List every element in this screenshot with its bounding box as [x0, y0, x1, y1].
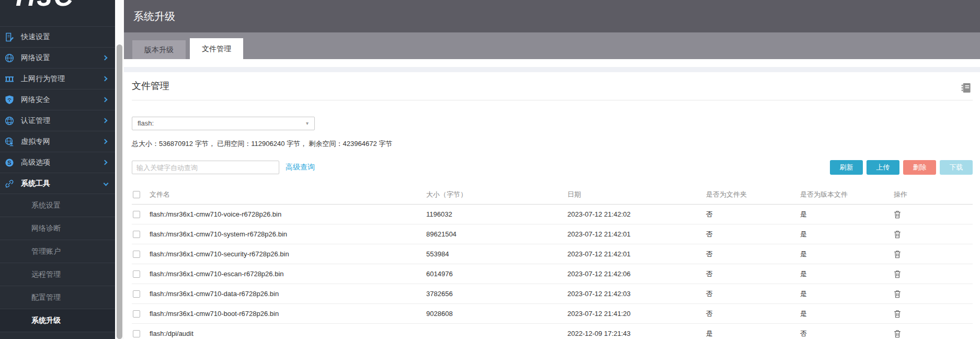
sidebar-item-label: 上网行为管理: [21, 74, 65, 84]
table-row: flash:/msr36x1-cmw710-security-r6728p26.…: [132, 244, 973, 264]
row-checkbox[interactable]: [133, 251, 140, 258]
table-row: flash:/msr36x1-cmw710-data-r6728p26.bin3…: [132, 284, 973, 304]
delete-file-trash-icon[interactable]: [894, 310, 901, 318]
storage-medium-select[interactable]: flash: ▾: [132, 117, 315, 130]
upload-button[interactable]: 上传: [867, 160, 899, 175]
delete-file-trash-icon[interactable]: [894, 230, 901, 239]
sidebar-item-network-security[interactable]: 网络安全: [0, 89, 115, 110]
sidebar-item-quick-setup[interactable]: 快速设置: [0, 27, 115, 48]
sidebar-item-label: 网络设置: [21, 53, 50, 63]
refresh-button[interactable]: 刷新: [830, 160, 863, 175]
delete-file-trash-icon[interactable]: [894, 270, 901, 278]
download-button[interactable]: 下载: [940, 160, 973, 175]
table-body: flash:/msr36x1-cmw710-voice-r6728p26.bin…: [132, 205, 973, 339]
table-row: flash:/msr36x1-cmw710-system-r6728p26.bi…: [132, 224, 973, 244]
storage-medium-value: flash:: [132, 117, 314, 130]
sidebar-item-network-diagnosis[interactable]: 网络诊断: [0, 217, 115, 240]
sidebar-item-label: 远程管理: [31, 270, 61, 279]
file-date-cell: 2023-07-12 21:41:20: [567, 310, 706, 318]
row-checkbox-cell: [132, 310, 150, 318]
sidebar-item-advanced-options[interactable]: 高级选项: [0, 152, 115, 173]
sidebar-item-network-settings[interactable]: 网络设置: [0, 48, 115, 69]
delete-file-trash-icon[interactable]: [894, 290, 901, 298]
is-version-file-cell: 是: [800, 250, 892, 259]
chevron-right-icon: [102, 139, 108, 144]
is-folder-cell: 否: [706, 289, 800, 299]
row-checkbox[interactable]: [133, 310, 140, 318]
toolbar: 高级查询 刷新上传删除下载: [132, 160, 973, 175]
sidebar-item-label: 认证管理: [21, 116, 50, 126]
sidebar-item-auth-management[interactable]: 认证管理: [0, 110, 115, 131]
is-version-file-cell: 是: [800, 289, 892, 299]
shield-icon: [4, 95, 15, 105]
table-row: flash:/dpi/audit2022-12-09 17:21:43是否: [132, 324, 973, 339]
page-header: 系统升级: [124, 0, 980, 32]
file-date-cell: 2023-07-12 21:42:01: [567, 250, 706, 258]
tab-version-upgrade[interactable]: 版本升级: [132, 40, 186, 59]
is-folder-cell: 否: [706, 210, 800, 219]
globe2-icon: [4, 116, 15, 126]
file-management-panel: 文件管理 flash: ▾ 总大小：536870912 字节， 已用空间：112…: [124, 72, 980, 339]
advanced-query-link[interactable]: 高级查询: [286, 163, 315, 172]
is-folder-cell: 是: [706, 329, 800, 338]
sidebar-item-behavior-management[interactable]: 上网行为管理: [0, 69, 115, 89]
sidebar-item-system-tools[interactable]: 系统工具: [0, 173, 115, 194]
file-date-cell: 2023-07-12 21:42:03: [567, 290, 706, 298]
table-header-row: 文件名大小（字节）日期是否为文件夹是否为版本文件操作: [132, 185, 973, 205]
search-input[interactable]: [132, 161, 279, 174]
delete-file-trash-icon[interactable]: [894, 210, 901, 219]
sidebar-item-label: 快速设置: [21, 32, 50, 42]
sidebar-item-vpn[interactable]: 虚拟专网: [0, 131, 115, 152]
row-checkbox[interactable]: [133, 270, 140, 278]
delete-button[interactable]: 删除: [903, 160, 936, 175]
file-name-cell: flash:/msr36x1-cmw710-voice-r6728p26.bin: [150, 210, 426, 218]
sidebar-item-admin-accounts[interactable]: 管理账户: [0, 240, 115, 263]
is-version-file-cell: 是: [800, 309, 892, 319]
tab-file-management[interactable]: 文件管理: [190, 38, 243, 59]
row-checkbox-cell: [132, 330, 150, 337]
row-checkbox[interactable]: [133, 290, 140, 298]
sidebar-item-system-settings[interactable]: 系统设置: [0, 194, 115, 217]
chevron-right-icon: [102, 160, 108, 165]
sidebar-item-label: 高级选项: [21, 158, 50, 167]
sidebar-item-label: 配置管理: [31, 293, 61, 302]
row-actions-cell: [892, 290, 973, 298]
row-actions-cell: [892, 210, 973, 219]
file-size-cell: 6014976: [426, 270, 567, 278]
sidebar-item-label: 系统工具: [21, 179, 50, 188]
file-date-cell: 2022-12-09 17:21:43: [567, 330, 706, 337]
file-size-cell: 553984: [426, 250, 567, 258]
select-caret-icon: ▾: [306, 120, 309, 126]
file-date-cell: 2023-07-12 21:42:01: [567, 230, 706, 238]
row-checkbox-cell: [132, 211, 150, 218]
row-checkbox[interactable]: [133, 211, 140, 218]
button-group: 刷新上传删除下载: [826, 160, 973, 175]
sidebar-item-label: 虚拟专网: [21, 137, 50, 146]
chevron-down-icon: [104, 181, 109, 186]
file-name-cell: flash:/dpi/audit: [150, 330, 426, 337]
chevron-right-icon: [102, 76, 108, 82]
sidebar-item-system-upgrade[interactable]: 系统升级: [0, 309, 115, 332]
file-size-cell: 9028608: [426, 310, 567, 318]
is-folder-cell: 否: [706, 230, 800, 239]
column-header: 文件名: [150, 190, 426, 199]
row-checkbox[interactable]: [133, 330, 140, 337]
link-icon: [4, 178, 15, 189]
notebook-log-icon[interactable]: [960, 82, 972, 94]
sidebar-menu: 快速设置网络设置上网行为管理网络安全认证管理虚拟专网高级选项系统工具系统设置网络…: [0, 26, 115, 332]
row-actions-cell: [892, 230, 973, 239]
delete-file-trash-icon[interactable]: [894, 330, 901, 338]
file-name-cell: flash:/msr36x1-cmw710-escan-r6728p26.bin: [150, 270, 426, 278]
delete-file-trash-icon[interactable]: [894, 250, 901, 258]
row-actions-cell: [892, 270, 973, 278]
file-date-cell: 2023-07-12 21:42:02: [567, 210, 706, 218]
chevron-right-icon: [102, 97, 108, 103]
scrollbar-thumb[interactable]: [117, 44, 122, 339]
select-all-checkbox[interactable]: [133, 191, 140, 198]
sidebar-item-label: 管理账户: [31, 247, 61, 256]
row-actions-cell: [892, 310, 973, 318]
sidebar-item-config-management[interactable]: 配置管理: [0, 286, 115, 309]
sidebar-item-remote-management[interactable]: 远程管理: [0, 263, 115, 286]
file-size-cell: 89621504: [426, 230, 567, 238]
row-checkbox[interactable]: [133, 231, 140, 238]
